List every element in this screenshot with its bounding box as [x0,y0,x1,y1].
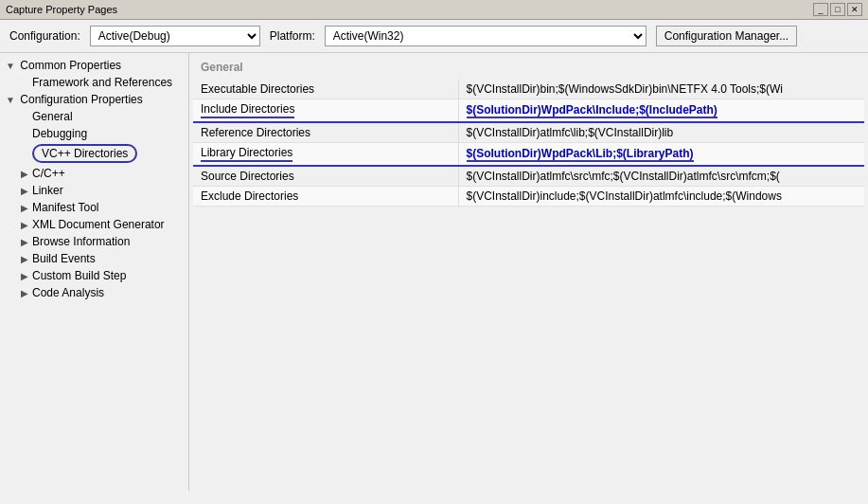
expander-icon: ▼ [6,61,17,71]
property-name-source: Source Directories [193,166,458,187]
table-row: Library Directories $(SolutionDir)WpdPac… [193,143,864,167]
sidebar-label-custom-build: Custom Build Step [32,269,126,282]
sidebar-group-config: ▼ Configuration Properties General Debug… [0,91,188,301]
expander-xml [21,220,32,230]
section-header: General [193,57,864,78]
title-bar-left: Capture Property Pages [6,4,117,15]
title-bar-controls: _ □ ✕ [813,3,862,16]
sidebar-item-vcpp-directories[interactable]: VC++ Directories [15,142,188,165]
sidebar-item-cpp[interactable]: C/C++ [15,165,188,182]
sidebar-children-config: General Debugging VC++ Directories C/C++ [0,108,188,301]
sidebar-item-custom-build[interactable]: Custom Build Step [15,267,188,284]
include-label: Include Directories [201,102,294,118]
sidebar-label-configuration-properties: Configuration Properties [20,93,142,106]
expander-icon-config: ▼ [6,95,17,105]
sidebar-label-browse-info: Browse Information [32,235,130,248]
sidebar-group-common: ▼ Common Properties Framework and Refere… [0,57,188,91]
config-manager-button[interactable]: Configuration Manager... [656,26,797,46]
maximize-button[interactable]: □ [830,3,845,16]
sidebar-label-framework-references: Framework and References [32,76,172,89]
table-row: Exclude Directories $(VCInstallDir)inclu… [193,187,864,207]
property-name-exclude: Exclude Directories [193,187,458,207]
sidebar-item-browse-info[interactable]: Browse Information [15,233,188,250]
table-row: Include Directories $(SolutionDir)WpdPac… [193,99,864,123]
sidebar-item-manifest-tool[interactable]: Manifest Tool [15,199,188,216]
expander-code [21,288,32,298]
property-value-source: $(VCInstallDir)atlmfc\src\mfc;$(VCInstal… [458,166,864,187]
platform-label: Platform: [270,29,315,43]
expander-build [21,254,32,264]
sidebar-label-general: General [32,110,73,123]
sidebar-item-linker[interactable]: Linker [15,182,188,199]
close-button[interactable]: ✕ [847,3,862,16]
property-value-include: $(SolutionDir)WpdPack\Include;$(IncludeP… [458,99,864,123]
property-name-library: Library Directories [193,143,458,167]
expander-linker [21,186,32,196]
property-name-reference: Reference Directories [193,122,458,143]
expander-custom [21,271,32,281]
config-label: Configuration: [9,29,80,43]
table-row: Source Directories $(VCInstallDir)atlmfc… [193,166,864,187]
value-text-executable: $(VCInstallDir)bin;$(WindowsSdkDir)bin\N… [467,82,784,96]
sidebar-item-xml-document[interactable]: XML Document Generator [15,216,188,233]
sidebar-label-vcpp-directories: VC++ Directories [32,144,137,163]
sidebar-item-debugging[interactable]: Debugging [15,125,188,142]
expander-manifest [21,203,32,213]
properties-table: Executable Directories $(VCInstallDir)bi… [193,80,864,207]
table-row: Executable Directories $(VCInstallDir)bi… [193,80,864,99]
sidebar-label-manifest-tool: Manifest Tool [32,201,98,214]
expander-cpp [21,169,32,179]
sidebar-item-code-analysis[interactable]: Code Analysis [15,284,188,301]
sidebar-label-xml-document: XML Document Generator [32,218,165,231]
value-text-include: $(SolutionDir)WpdPack\Include;$(IncludeP… [467,103,717,118]
platform-select[interactable]: Active(Win32) [325,26,647,46]
sidebar-item-configuration-properties[interactable]: ▼ Configuration Properties [0,91,188,108]
property-value-executable: $(VCInstallDir)bin;$(WindowsSdkDir)bin\N… [458,80,864,99]
sidebar-label-build-events: Build Events [32,252,96,265]
sidebar-item-general[interactable]: General [15,108,188,125]
main-area: General Executable Directories $(VCInsta… [189,53,868,491]
sidebar-label-common-properties: Common Properties [20,59,121,72]
sidebar-item-framework-references[interactable]: Framework and References [15,74,188,91]
config-bar: Configuration: Active(Debug) Platform: A… [0,20,868,53]
library-label: Library Directories [201,146,292,162]
sidebar-label-code-analysis: Code Analysis [32,286,104,299]
sidebar-children-common: Framework and References [0,74,188,91]
config-select[interactable]: Active(Debug) [90,26,260,46]
property-name-executable: Executable Directories [193,80,458,99]
property-value-library: $(SolutionDir)WpdPack\Lib;$(LibraryPath) [458,143,864,167]
value-text-source: $(VCInstallDir)atlmfc\src\mfc;$(VCInstal… [467,170,780,183]
sidebar-label-cpp: C/C++ [32,167,65,180]
sidebar-item-common-properties[interactable]: ▼ Common Properties [0,57,188,74]
title-bar-text: Capture Property Pages [6,4,117,15]
property-value-reference: $(VCInstallDir)atlmfc\lib;$(VCInstallDir… [458,122,864,143]
table-row: Reference Directories $(VCInstallDir)atl… [193,122,864,143]
title-bar: Capture Property Pages _ □ ✕ [0,0,868,20]
sidebar-label-debugging: Debugging [32,127,87,140]
expander-browse [21,237,32,247]
sidebar-label-linker: Linker [32,184,63,197]
sidebar: ▼ Common Properties Framework and Refere… [0,53,189,491]
sidebar-item-build-events[interactable]: Build Events [15,250,188,267]
value-text-library: $(SolutionDir)WpdPack\Lib;$(LibraryPath) [467,147,694,162]
property-value-exclude: $(VCInstallDir)include;$(VCInstallDir)at… [458,187,864,207]
minimize-button[interactable]: _ [813,3,828,16]
value-text-exclude: $(VCInstallDir)include;$(VCInstallDir)at… [467,189,782,203]
main-content: ▼ Common Properties Framework and Refere… [0,53,868,491]
value-text-reference: $(VCInstallDir)atlmfc\lib;$(VCInstallDir… [467,126,674,139]
property-name-include: Include Directories [193,99,458,123]
